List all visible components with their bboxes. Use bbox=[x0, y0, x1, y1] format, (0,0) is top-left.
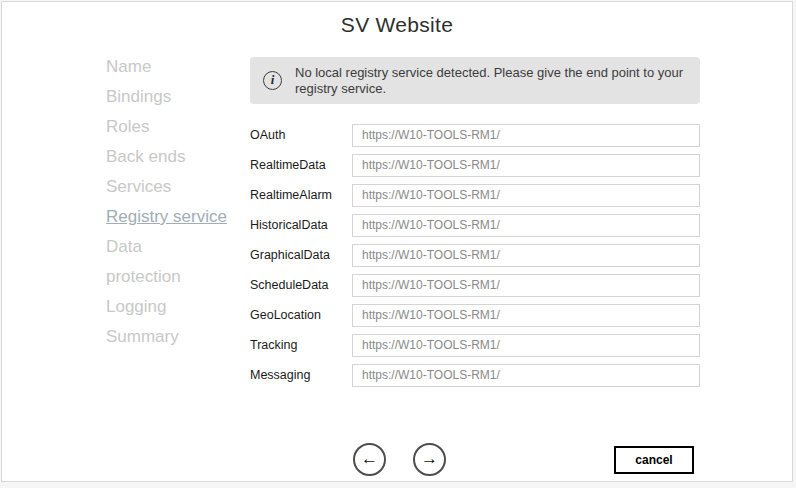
graphicaldata-label: GraphicalData bbox=[250, 248, 352, 262]
sidebar-item-registry-service[interactable]: Registry service bbox=[106, 202, 248, 232]
wizard-nav: ← → bbox=[353, 443, 446, 476]
messaging-endpoint-input[interactable] bbox=[352, 364, 700, 387]
sidebar-item-roles[interactable]: Roles bbox=[106, 112, 248, 142]
sidebar-item-data-protection[interactable]: Data protection bbox=[106, 232, 248, 292]
sidebar-item-logging[interactable]: Logging bbox=[106, 292, 248, 322]
info-banner-text: No local registry service detected. Plea… bbox=[295, 65, 687, 97]
form-row-oauth: OAuth bbox=[250, 120, 700, 150]
info-banner: i No local registry service detected. Pl… bbox=[250, 57, 700, 104]
next-button[interactable]: → bbox=[413, 443, 446, 476]
sidebar-item-back-ends[interactable]: Back ends bbox=[106, 142, 248, 172]
form-row-historicaldata: HistoricalData bbox=[250, 210, 700, 240]
form-row-messaging: Messaging bbox=[250, 360, 700, 390]
sidebar-item-summary[interactable]: Summary bbox=[106, 322, 248, 352]
sidebar-item-services[interactable]: Services bbox=[106, 172, 248, 202]
page-title: SV Website bbox=[2, 13, 792, 37]
historicaldata-label: HistoricalData bbox=[250, 218, 352, 232]
oauth-label: OAuth bbox=[250, 128, 352, 142]
cancel-button[interactable]: cancel bbox=[614, 446, 694, 474]
arrow-left-icon: ← bbox=[361, 449, 378, 469]
sidebar-item-name[interactable]: Name bbox=[106, 52, 248, 82]
info-icon: i bbox=[263, 71, 282, 90]
registry-service-panel: i No local registry service detected. Pl… bbox=[250, 57, 700, 390]
tracking-label: Tracking bbox=[250, 338, 352, 352]
wizard-step-list: Name Bindings Roles Back ends Services R… bbox=[106, 52, 248, 352]
scheduledata-endpoint-input[interactable] bbox=[352, 274, 700, 297]
form-row-graphicaldata: GraphicalData bbox=[250, 240, 700, 270]
form-row-realtimedata: RealtimeData bbox=[250, 150, 700, 180]
geolocation-label: GeoLocation bbox=[250, 308, 352, 322]
endpoint-form: OAuth RealtimeData RealtimeAlarm Histori… bbox=[250, 120, 700, 390]
oauth-endpoint-input[interactable] bbox=[352, 124, 700, 147]
sidebar-item-bindings[interactable]: Bindings bbox=[106, 82, 248, 112]
form-row-geolocation: GeoLocation bbox=[250, 300, 700, 330]
realtimedata-label: RealtimeData bbox=[250, 158, 352, 172]
realtimedata-endpoint-input[interactable] bbox=[352, 154, 700, 177]
wizard-dialog: SV Website Name Bindings Roles Back ends… bbox=[1, 1, 793, 482]
realtimealarm-label: RealtimeAlarm bbox=[250, 188, 352, 202]
scheduledata-label: ScheduleData bbox=[250, 278, 352, 292]
realtimealarm-endpoint-input[interactable] bbox=[352, 184, 700, 207]
back-button[interactable]: ← bbox=[353, 443, 386, 476]
historicaldata-endpoint-input[interactable] bbox=[352, 214, 700, 237]
geolocation-endpoint-input[interactable] bbox=[352, 304, 700, 327]
arrow-right-icon: → bbox=[421, 449, 438, 469]
graphicaldata-endpoint-input[interactable] bbox=[352, 244, 700, 267]
form-row-scheduledata: ScheduleData bbox=[250, 270, 700, 300]
tracking-endpoint-input[interactable] bbox=[352, 334, 700, 357]
form-row-tracking: Tracking bbox=[250, 330, 700, 360]
messaging-label: Messaging bbox=[250, 368, 352, 382]
form-row-realtimealarm: RealtimeAlarm bbox=[250, 180, 700, 210]
